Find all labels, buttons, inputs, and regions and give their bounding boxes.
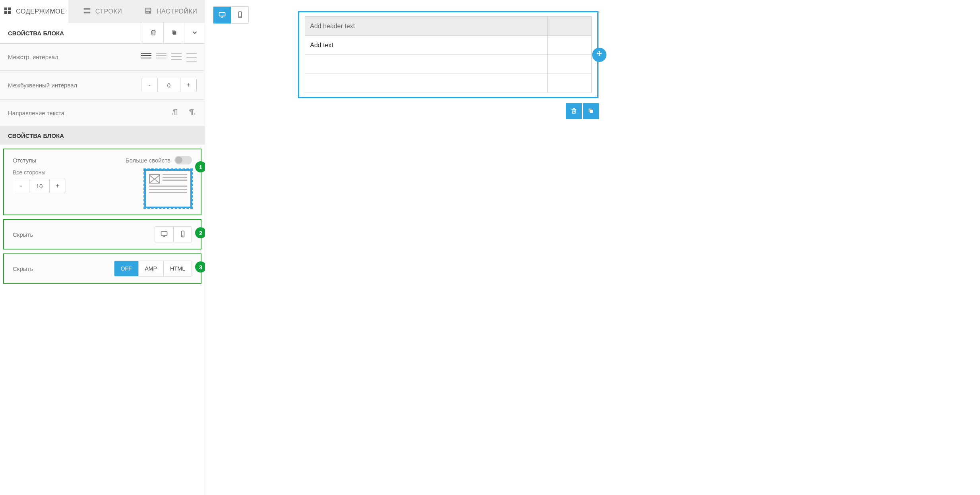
device-preview-switch xyxy=(213,6,249,24)
direction-rtl-button[interactable] xyxy=(170,108,180,118)
padding-label: Отступы xyxy=(13,157,36,164)
pilcrow-rtl-icon xyxy=(170,112,180,118)
table-cell[interactable] xyxy=(305,74,548,93)
copy-icon xyxy=(587,107,595,116)
hide-format-amp[interactable]: AMP xyxy=(138,261,163,276)
delete-button[interactable] xyxy=(143,23,163,44)
block-duplicate-button[interactable] xyxy=(583,103,599,119)
block-props-title: СВОЙСТВА БЛОКА xyxy=(0,30,143,37)
rows-icon xyxy=(83,6,91,17)
properties-sidebar: СОДЕРЖИМОЕ СТРОКИ НАСТРОЙКИ СВОЙСТВА БЛО… xyxy=(0,0,205,495)
line-spacing-normal[interactable] xyxy=(156,53,167,58)
move-icon xyxy=(595,50,603,59)
tab-rows-label: СТРОКИ xyxy=(95,8,122,15)
svg-point-6 xyxy=(240,16,240,17)
hide-format-highlight-box: 3 Скрыть OFF AMP HTML xyxy=(3,253,201,284)
hide-format-off[interactable]: OFF xyxy=(114,261,138,276)
trash-icon xyxy=(570,107,577,116)
padding-plus[interactable]: + xyxy=(50,179,66,193)
hide-device-highlight-box: 2 Скрыть xyxy=(3,219,201,249)
duplicate-button[interactable] xyxy=(163,23,184,44)
desktop-icon xyxy=(218,11,226,20)
table-header-cell[interactable]: Add header text xyxy=(305,17,548,36)
svg-rect-0 xyxy=(173,31,176,35)
table-cell[interactable] xyxy=(548,55,592,74)
annotation-badge-2: 2 xyxy=(195,227,206,238)
annotation-badge-3: 3 xyxy=(195,261,206,273)
tab-rows[interactable]: СТРОКИ xyxy=(68,0,137,23)
letter-spacing-plus[interactable]: + xyxy=(180,78,196,92)
block-delete-button[interactable] xyxy=(566,103,582,119)
chevron-down-icon xyxy=(191,29,198,37)
copy-icon xyxy=(170,29,178,37)
padding-stepper: - 10 + xyxy=(13,179,66,193)
direction-ltr-button[interactable] xyxy=(187,108,197,118)
line-spacing-xloose[interactable] xyxy=(186,53,197,62)
hide-device-label: Скрыть xyxy=(13,231,33,238)
padding-preview-stamp xyxy=(144,169,192,208)
trash-icon xyxy=(150,29,157,37)
collapse-button[interactable] xyxy=(184,23,205,44)
padding-minus[interactable]: - xyxy=(13,179,29,193)
letter-spacing-stepper: - 0 + xyxy=(141,78,197,92)
block-props-header: СВОЙСТВА БЛОКА xyxy=(0,23,205,44)
table-cell[interactable] xyxy=(305,55,548,74)
block-action-buttons xyxy=(566,103,599,119)
hide-format-html[interactable]: HTML xyxy=(163,261,192,276)
line-spacing-label: Межстр. интервал xyxy=(8,54,58,60)
table-row xyxy=(305,74,592,93)
annotation-badge-1: 1 xyxy=(195,161,206,172)
mobile-icon xyxy=(236,11,244,20)
hide-format-label: Скрыть xyxy=(13,265,33,272)
text-direction-row: Направление текста xyxy=(0,100,205,127)
selected-block[interactable]: Add header text Add text xyxy=(298,11,598,98)
text-direction-label: Направление текста xyxy=(8,110,64,116)
letter-spacing-row: Межбуквенный интервал - 0 + xyxy=(0,71,205,100)
tab-settings-label: НАСТРОЙКИ xyxy=(157,8,197,15)
padding-highlight-box: 1 Отступы Больше свойств Все стороны - 1… xyxy=(3,149,201,215)
table-header-cell[interactable] xyxy=(548,17,592,36)
letter-spacing-label: Межбуквенный интервал xyxy=(8,82,77,89)
line-spacing-loose[interactable] xyxy=(171,53,182,60)
more-props-label: Больше свойств xyxy=(126,157,170,164)
sidebar-tabs: СОДЕРЖИМОЕ СТРОКИ НАСТРОЙКИ xyxy=(0,0,205,23)
image-placeholder-icon xyxy=(149,174,160,184)
desktop-icon xyxy=(160,230,168,239)
letter-spacing-minus[interactable]: - xyxy=(141,78,157,92)
grid-icon xyxy=(3,6,12,17)
pilcrow-ltr-icon xyxy=(187,112,197,118)
svg-rect-4 xyxy=(219,12,225,16)
letter-spacing-value[interactable]: 0 xyxy=(157,78,180,92)
preview-desktop[interactable] xyxy=(213,7,231,23)
table-row: Add header text xyxy=(305,17,592,36)
hide-device-buttons xyxy=(155,226,192,242)
preview-table[interactable]: Add header text Add text xyxy=(305,16,592,93)
editor-canvas: Add header text Add text xyxy=(205,0,980,495)
tab-settings[interactable]: НАСТРОЙКИ xyxy=(136,0,205,23)
svg-rect-1 xyxy=(161,232,167,235)
table-cell[interactable] xyxy=(548,74,592,93)
table-cell[interactable] xyxy=(548,36,592,55)
more-props-toggle[interactable] xyxy=(174,156,192,164)
text-direction-options xyxy=(170,108,197,118)
hide-mobile-button[interactable] xyxy=(173,227,192,242)
hide-desktop-button[interactable] xyxy=(155,227,173,242)
hide-format-segmented: OFF AMP HTML xyxy=(114,261,192,277)
table-row: Add text xyxy=(305,36,592,55)
all-sides-label: Все стороны xyxy=(13,169,66,176)
mobile-icon xyxy=(179,230,187,239)
preview-mobile[interactable] xyxy=(231,7,248,23)
line-spacing-tight[interactable] xyxy=(141,53,151,58)
form-icon xyxy=(144,6,153,17)
padding-value[interactable]: 10 xyxy=(29,179,50,193)
line-spacing-options xyxy=(141,53,197,62)
tab-content[interactable]: СОДЕРЖИМОЕ xyxy=(0,0,68,23)
selection-outline: Add header text Add text xyxy=(298,11,598,98)
table-cell[interactable]: Add text xyxy=(305,36,548,55)
line-spacing-row: Межстр. интервал xyxy=(0,44,205,71)
svg-rect-7 xyxy=(590,110,593,113)
move-handle[interactable] xyxy=(592,48,606,62)
block-props-subheader: СВОЙСТВА БЛОКА xyxy=(0,127,205,145)
table-row xyxy=(305,55,592,74)
tab-content-label: СОДЕРЖИМОЕ xyxy=(16,8,65,15)
